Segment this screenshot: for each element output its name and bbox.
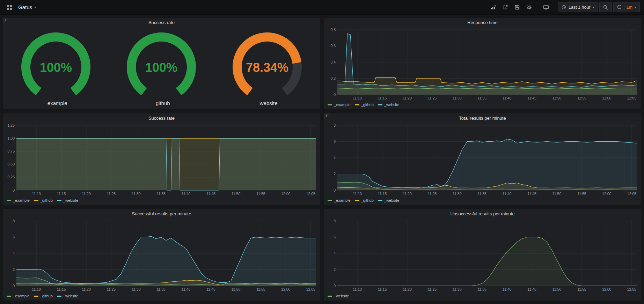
panel-title[interactable]: Successful results per minute: [132, 211, 191, 216]
panel-info-icon[interactable]: i: [324, 113, 331, 120]
chart-grid: [337, 221, 637, 286]
chevron-down-icon: ▾: [635, 6, 636, 9]
x-axis-labels: 11:1011:1511:2011:2511:3011:3511:4011:45…: [353, 287, 636, 291]
svg-text:11:30: 11:30: [132, 192, 141, 196]
zoom-out-button[interactable]: [599, 2, 612, 12]
svg-text:0.6: 0.6: [330, 44, 336, 48]
svg-text:0.4: 0.4: [330, 60, 336, 64]
time-picker-button[interactable]: Last 1 hour ▾: [558, 2, 598, 12]
svg-text:8: 8: [334, 123, 336, 127]
panel-info-icon[interactable]: i: [3, 18, 10, 25]
legend-swatch: [355, 200, 359, 201]
share-icon: [503, 5, 508, 10]
panel-title[interactable]: Response time: [467, 20, 498, 25]
panel-successful-results: Successful results per minute 11:1011:15…: [3, 209, 320, 301]
svg-text:4: 4: [334, 251, 336, 255]
svg-text:0.25: 0.25: [8, 175, 15, 179]
chart-canvas-response-time[interactable]: 11:1011:1511:2011:2511:3011:3511:4011:45…: [324, 27, 641, 101]
svg-text:11:40: 11:40: [182, 192, 191, 196]
legend-item-_github[interactable]: _github: [34, 198, 53, 202]
svg-text:11:50: 11:50: [552, 96, 562, 100]
y-axis-labels: 02468: [334, 123, 336, 192]
dashboard-title-dropdown[interactable]: Gatus ▾: [18, 4, 36, 10]
legend-item-_example[interactable]: _example: [7, 294, 30, 298]
svg-text:0.8: 0.8: [330, 28, 336, 32]
svg-text:11:50: 11:50: [232, 192, 241, 196]
svg-text:11:10: 11:10: [32, 287, 41, 291]
legend-item-_website[interactable]: _website: [378, 103, 399, 107]
legend-series-name: _website: [63, 294, 78, 298]
apps-grid-icon: [7, 5, 12, 10]
svg-text:11:55: 11:55: [577, 287, 586, 291]
legend-series-name: _example: [334, 103, 351, 107]
panel-title[interactable]: Success rate: [148, 116, 175, 121]
legend-item-_example[interactable]: _example: [7, 198, 30, 202]
legend-item-_website[interactable]: _website: [57, 198, 78, 202]
svg-text:11:30: 11:30: [453, 287, 462, 291]
svg-text:11:45: 11:45: [527, 287, 536, 291]
svg-text:11:15: 11:15: [57, 192, 66, 196]
svg-text:6: 6: [334, 139, 336, 143]
svg-text:11:10: 11:10: [32, 192, 41, 196]
svg-text:6: 6: [334, 235, 336, 239]
svg-text:11:40: 11:40: [182, 287, 191, 291]
chart-canvas-success-rate[interactable]: 11:1011:1511:2011:2511:3011:3511:4011:45…: [3, 123, 320, 197]
y-axis-labels: 02468: [13, 219, 15, 288]
chevron-down-icon: ▾: [593, 6, 594, 9]
svg-text:11:30: 11:30: [453, 96, 462, 100]
y-axis-labels: 00.250.500.751.001.25: [8, 123, 15, 192]
legend-series-name: _github: [361, 198, 374, 202]
x-axis-labels: 11:1011:1511:2011:2511:3011:3511:4011:45…: [32, 192, 315, 196]
svg-text:8: 8: [13, 219, 15, 223]
panel-title[interactable]: Total results per minute: [459, 116, 506, 121]
gauge-label: _website: [256, 100, 277, 106]
cycle-view-button[interactable]: [541, 2, 551, 13]
legend-series-name: _github: [40, 198, 53, 202]
chart-legend: _website: [324, 292, 641, 300]
chart-legend: _example_github_website: [324, 197, 641, 204]
legend-item-_website[interactable]: _website: [57, 294, 78, 298]
legend-swatch: [34, 200, 38, 201]
legend-item-_github[interactable]: _github: [355, 103, 374, 107]
svg-text:11:15: 11:15: [378, 287, 387, 291]
svg-text:0: 0: [334, 188, 336, 192]
y-axis-labels: 02468: [334, 219, 336, 288]
legend-item-_example[interactable]: _example: [328, 103, 351, 107]
panel-title[interactable]: Unsuccessful results per minute: [450, 211, 514, 216]
settings-button[interactable]: [524, 2, 534, 13]
legend-series-name: _example: [334, 198, 351, 202]
info-corner-triangle: [3, 18, 9, 24]
panel-response-time: Response time 11:1011:1511:2011:2511:301…: [324, 17, 641, 110]
legend-swatch: [57, 200, 61, 201]
svg-text:11:25: 11:25: [428, 96, 437, 100]
legend-item-_github[interactable]: _github: [34, 294, 53, 298]
legend-item-_example[interactable]: _example: [328, 198, 351, 202]
legend-swatch: [328, 296, 332, 297]
add-panel-button[interactable]: [488, 2, 499, 13]
legend-swatch: [34, 296, 38, 297]
x-axis-labels: 11:1011:1511:2011:2511:3011:3511:4011:45…: [32, 287, 315, 291]
y-axis-labels: 00.20.40.60.8: [330, 28, 336, 97]
legend-item-_website[interactable]: _website: [328, 294, 349, 298]
svg-text:2: 2: [13, 267, 15, 272]
svg-text:0: 0: [13, 284, 15, 288]
refresh-button[interactable]: 1m ▾: [613, 2, 640, 12]
save-button[interactable]: [512, 2, 522, 13]
chart-canvas-unsuccessful-results[interactable]: 11:1011:1511:2011:2511:3011:3511:4011:45…: [324, 218, 641, 292]
svg-text:11:25: 11:25: [107, 192, 116, 196]
svg-text:11:35: 11:35: [156, 192, 166, 196]
share-button[interactable]: [500, 2, 511, 13]
chart-canvas-successful-results[interactable]: 11:1011:1511:2011:2511:3011:3511:4011:45…: [3, 218, 320, 292]
panel-title[interactable]: Success rate: [148, 20, 175, 25]
chart-canvas-total-results[interactable]: 11:1011:1511:2011:2511:3011:3511:4011:45…: [324, 123, 641, 197]
apps-grid-button[interactable]: [4, 2, 15, 13]
svg-text:0.50: 0.50: [8, 162, 15, 166]
svg-text:12:05: 12:05: [627, 287, 636, 291]
legend-item-_github[interactable]: _github: [355, 198, 374, 202]
monitor-icon: [543, 5, 549, 10]
svg-text:6: 6: [13, 235, 15, 239]
svg-text:0.2: 0.2: [330, 76, 336, 80]
svg-text:11:30: 11:30: [453, 192, 462, 196]
svg-text:11:10: 11:10: [353, 287, 362, 291]
legend-item-_website[interactable]: _website: [378, 198, 399, 202]
